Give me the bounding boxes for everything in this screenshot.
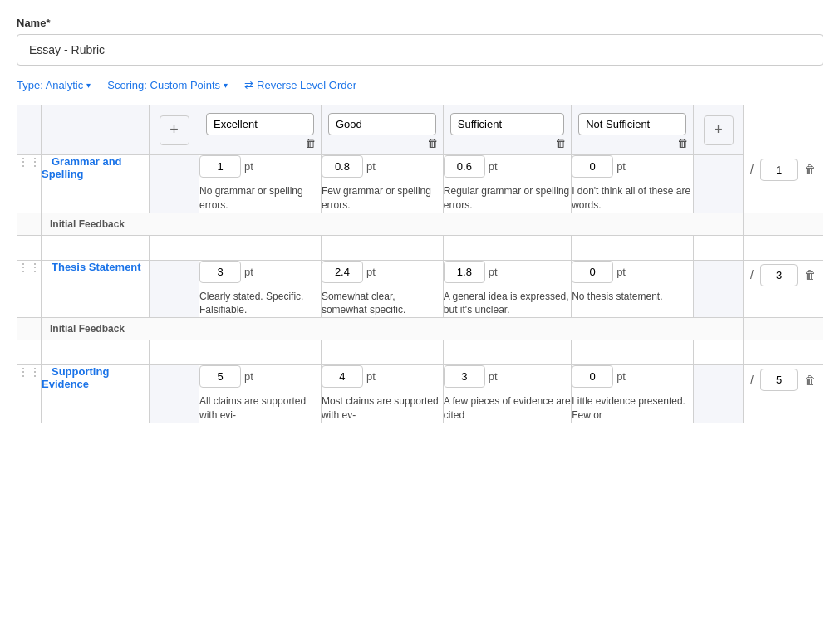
desc-evidence-good: Most claims are supported with ev- <box>322 394 443 423</box>
score-cell-evidence-not-sufficient: pt Little evidence presented. Few or <box>572 365 694 423</box>
desc-evidence-not-sufficient: Little evidence presented. Few or <box>572 394 693 423</box>
col-header-input-good[interactable] <box>328 113 436 135</box>
header-cell-sufficient: 🗑 <box>443 105 571 155</box>
blank-row-grammar <box>17 235 823 260</box>
score-cell-grammar-good: pt Few grammar or spelling errors. <box>321 155 443 213</box>
spacer-grammar <box>150 155 199 213</box>
header-row: + 🗑 🗑 <box>17 105 823 155</box>
score-input-thesis-excellent[interactable] <box>199 261 241 283</box>
delete-row-evidence-button[interactable]: 🗑 <box>801 370 819 390</box>
row-grammar: ⋮⋮ Grammar and Spelling pt No grammar or… <box>17 155 823 213</box>
col-header-input-excellent[interactable] <box>206 113 314 135</box>
chevron-down-icon: ▾ <box>224 81 228 90</box>
spacer-evidence <box>150 365 199 423</box>
drag-icon: ⋮⋮ <box>17 155 41 169</box>
blank-row-thesis <box>17 340 823 365</box>
name-input[interactable] <box>17 34 823 66</box>
drag-handle-thesis[interactable]: ⋮⋮ <box>17 260 42 318</box>
score-input-evidence-good[interactable] <box>322 365 363 388</box>
delete-col-excellent-icon[interactable]: 🗑 <box>305 137 316 149</box>
score-input-grammar-good[interactable] <box>322 155 363 178</box>
score-cell-grammar-not-sufficient: pt I don't think all of these are words. <box>572 155 694 213</box>
header-cell-excellent: 🗑 <box>199 105 322 155</box>
score-input-grammar-excellent[interactable] <box>199 155 241 178</box>
spacer-grammar-right <box>694 155 744 213</box>
chevron-down-icon: ▾ <box>86 81 91 90</box>
criterion-name-thesis: Thesis Statement <box>52 261 141 273</box>
score-cell-evidence-excellent: pt All claims are supported with evi- <box>199 365 322 423</box>
feedback-label-thesis: Initial Feedback <box>42 318 744 340</box>
score-cell-grammar-sufficient: pt Regular grammar or spelling errors. <box>443 155 571 213</box>
score-cell-evidence-good: pt Most claims are supported with ev- <box>321 365 443 423</box>
rubric-table: + 🗑 🗑 <box>17 105 823 423</box>
total-input-evidence[interactable] <box>760 369 798 391</box>
spacer-thesis <box>150 260 199 318</box>
desc-grammar-not-sufficient: I don't think all of these are words. <box>572 184 693 213</box>
criterion-col-header <box>42 105 150 155</box>
score-input-grammar-sufficient[interactable] <box>444 155 485 178</box>
add-column-right-button[interactable]: + <box>704 115 734 145</box>
add-col-left: + <box>150 105 199 155</box>
drag-col-header <box>17 105 42 155</box>
row-thesis: ⋮⋮ Thesis Statement pt Clearly stated. S… <box>17 260 823 318</box>
desc-grammar-good: Few grammar or spelling errors. <box>322 184 443 213</box>
score-cell-evidence-sufficient: pt A few pieces of evidence are cited <box>443 365 571 423</box>
spacer-thesis-right <box>694 260 744 318</box>
delete-col-sufficient-icon[interactable]: 🗑 <box>555 137 566 149</box>
desc-grammar-sufficient: Regular grammar or spelling errors. <box>444 184 571 213</box>
col-header-input-not-sufficient[interactable] <box>578 113 686 135</box>
feedback-row-grammar: Initial Feedback <box>17 213 823 235</box>
criterion-name-evidence: Supporting Evidence <box>42 365 109 390</box>
score-cell-grammar-excellent: pt No grammar or spelling errors. <box>199 155 322 213</box>
total-area-evidence: / 🗑 <box>744 365 823 423</box>
feedback-row-thesis: Initial Feedback <box>17 318 823 340</box>
total-input-thesis[interactable] <box>760 264 798 286</box>
row-evidence: ⋮⋮ Supporting Evidence pt All claims are… <box>17 365 823 423</box>
drag-icon: ⋮⋮ <box>17 365 41 379</box>
add-col-right: + <box>694 105 744 155</box>
desc-grammar-excellent: No grammar or spelling errors. <box>199 184 321 213</box>
drag-icon: ⋮⋮ <box>17 261 41 274</box>
score-input-evidence-sufficient[interactable] <box>444 365 485 388</box>
score-cell-thesis-good: pt Somewhat clear, somewhat specific. <box>321 260 443 318</box>
desc-thesis-sufficient: A general idea is expressed, but it's un… <box>444 290 571 318</box>
name-label: Name* <box>17 17 823 29</box>
total-input-grammar[interactable] <box>760 159 798 181</box>
drag-handle-grammar[interactable]: ⋮⋮ <box>17 155 42 213</box>
toolbar: Type: Analytic ▾ Scoring: Custom Points … <box>17 79 823 91</box>
header-side-spacer <box>744 105 823 155</box>
score-input-evidence-excellent[interactable] <box>199 365 241 388</box>
type-dropdown[interactable]: Type: Analytic ▾ <box>17 79 91 91</box>
score-cell-thesis-excellent: pt Clearly stated. Specific. Falsifiable… <box>199 260 322 318</box>
score-input-thesis-sufficient[interactable] <box>444 261 485 283</box>
total-area-thesis: / 🗑 <box>744 260 823 318</box>
score-input-thesis-good[interactable] <box>322 261 363 283</box>
score-input-thesis-not-sufficient[interactable] <box>572 261 613 283</box>
col-header-input-sufficient[interactable] <box>450 113 564 135</box>
feedback-label-grammar: Initial Feedback <box>42 213 744 235</box>
score-cell-thesis-not-sufficient: pt No thesis statement. <box>572 260 694 318</box>
header-cell-good: 🗑 <box>321 105 443 155</box>
desc-thesis-excellent: Clearly stated. Specific. Falsifiable. <box>199 290 321 318</box>
reverse-order-button[interactable]: ⇄ Reverse Level Order <box>244 79 356 91</box>
criterion-cell-evidence: Supporting Evidence <box>42 365 150 423</box>
criterion-cell-grammar: Grammar and Spelling <box>42 155 150 213</box>
scoring-dropdown[interactable]: Scoring: Custom Points ▾ <box>107 79 228 91</box>
score-input-grammar-not-sufficient[interactable] <box>572 155 613 178</box>
delete-row-thesis-button[interactable]: 🗑 <box>801 265 819 285</box>
desc-thesis-good: Somewhat clear, somewhat specific. <box>322 290 443 318</box>
criterion-cell-thesis: Thesis Statement <box>42 260 150 318</box>
desc-evidence-sufficient: A few pieces of evidence are cited <box>444 394 571 423</box>
score-cell-thesis-sufficient: pt A general idea is expressed, but it's… <box>443 260 571 318</box>
score-input-evidence-not-sufficient[interactable] <box>572 365 613 388</box>
drag-handle-evidence[interactable]: ⋮⋮ <box>17 365 42 423</box>
reverse-icon: ⇄ <box>244 79 253 91</box>
criterion-name-grammar: Grammar and Spelling <box>42 155 122 180</box>
total-area-grammar: / 🗑 <box>744 155 823 213</box>
delete-col-good-icon[interactable]: 🗑 <box>427 137 438 149</box>
add-column-left-button[interactable]: + <box>160 115 189 145</box>
spacer-evidence-right <box>694 365 744 423</box>
delete-row-grammar-button[interactable]: 🗑 <box>801 159 819 179</box>
delete-col-not-sufficient-icon[interactable]: 🗑 <box>677 137 688 149</box>
desc-thesis-not-sufficient: No thesis statement. <box>572 290 693 304</box>
